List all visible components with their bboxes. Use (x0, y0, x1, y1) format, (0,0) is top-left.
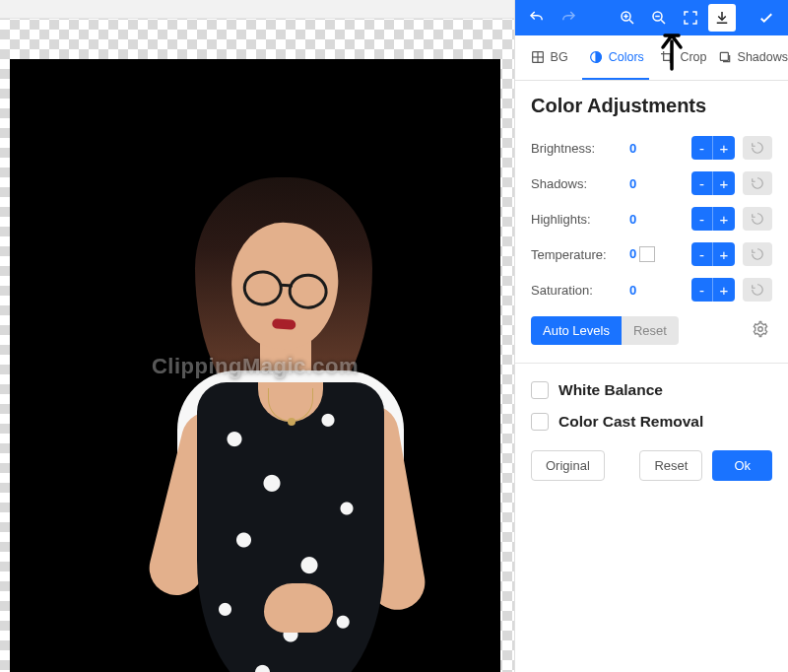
saturation-plus-button[interactable]: + (713, 278, 735, 302)
tab-crop-label: Crop (680, 50, 706, 64)
settings-gear-button[interactable] (749, 319, 772, 343)
tab-crop[interactable]: Crop (649, 35, 716, 80)
download-button[interactable] (708, 4, 736, 32)
shadows-minus-button[interactable]: - (691, 171, 713, 195)
panel-title: Color Adjustments (531, 95, 772, 117)
fit-screen-button[interactable] (677, 4, 704, 32)
right-panel: BG Colors Crop Shadows Color Adjustments… (514, 0, 788, 672)
tab-bar: BG Colors Crop Shadows (515, 35, 788, 81)
svg-line-5 (661, 20, 665, 24)
highlights-label: Highlights: (531, 212, 629, 227)
canvas-area[interactable]: ClippingMagic.com (0, 0, 514, 672)
brightness-minus-button[interactable]: - (691, 136, 713, 160)
color-cast-label: Color Cast Removal (558, 413, 703, 431)
ok-button[interactable]: Ok (712, 450, 772, 481)
highlights-value: 0 (629, 212, 673, 227)
highlights-reset-button[interactable] (743, 207, 772, 231)
shadows-value: 0 (629, 176, 673, 191)
saturation-minus-button[interactable]: - (691, 278, 713, 302)
saturation-row: Saturation: 0 - + (531, 273, 772, 306)
shadows-plus-button[interactable]: + (713, 171, 735, 195)
tab-bg-label: BG (551, 50, 568, 64)
brightness-reset-button[interactable] (743, 136, 772, 160)
auto-levels-reset-button[interactable]: Reset (622, 316, 679, 345)
brightness-value: 0 (629, 141, 673, 156)
top-toolbar (515, 0, 788, 35)
color-cast-checkbox[interactable] (531, 413, 549, 431)
color-cast-row[interactable]: Color Cast Removal (531, 413, 772, 431)
white-balance-label: White Balance (558, 381, 663, 399)
subject-figure (138, 177, 443, 672)
temperature-label: Temperature: (531, 247, 629, 262)
redo-button[interactable] (555, 4, 582, 32)
tab-colors-label: Colors (609, 50, 644, 64)
highlights-plus-button[interactable]: + (713, 207, 735, 231)
highlights-minus-button[interactable]: - (691, 207, 713, 231)
svg-point-12 (758, 327, 763, 332)
white-balance-row[interactable]: White Balance (531, 381, 772, 399)
reset-button[interactable]: Reset (639, 450, 702, 481)
brightness-label: Brightness: (531, 141, 629, 156)
tab-colors[interactable]: Colors (582, 35, 649, 80)
image-preview[interactable]: ClippingMagic.com (10, 59, 500, 672)
temperature-value: 0 (629, 246, 673, 263)
tab-shadows[interactable]: Shadows (717, 35, 788, 80)
temperature-reset-button[interactable] (743, 242, 772, 266)
zoom-out-button[interactable] (645, 4, 673, 32)
original-button[interactable]: Original (531, 450, 605, 481)
saturation-reset-button[interactable] (743, 278, 772, 302)
tab-bg[interactable]: BG (515, 35, 582, 80)
colors-panel: Color Adjustments Brightness: 0 - + Shad… (515, 81, 788, 497)
temperature-swatch[interactable] (639, 246, 655, 262)
temperature-plus-button[interactable]: + (713, 242, 735, 266)
brightness-row: Brightness: 0 - + (531, 131, 772, 165)
brightness-plus-button[interactable]: + (713, 136, 735, 160)
temperature-row: Temperature: 0 - + (531, 237, 772, 271)
shadows-label: Shadows: (531, 176, 629, 191)
saturation-label: Saturation: (531, 283, 629, 298)
saturation-value: 0 (629, 283, 673, 298)
temperature-minus-button[interactable]: - (691, 242, 713, 266)
shadows-row: Shadows: 0 - + (531, 167, 772, 200)
tab-shadows-label: Shadows (738, 50, 788, 64)
svg-rect-11 (720, 52, 728, 60)
confirm-button[interactable] (753, 4, 780, 32)
auto-levels-button[interactable]: Auto Levels (531, 316, 622, 345)
zoom-in-button[interactable] (614, 4, 641, 32)
svg-line-1 (629, 20, 633, 24)
highlights-row: Highlights: 0 - + (531, 202, 772, 235)
shadows-reset-button[interactable] (743, 171, 772, 195)
app-root: ClippingMagic.com (0, 0, 788, 672)
undo-button[interactable] (523, 4, 551, 32)
white-balance-checkbox[interactable] (531, 381, 549, 399)
